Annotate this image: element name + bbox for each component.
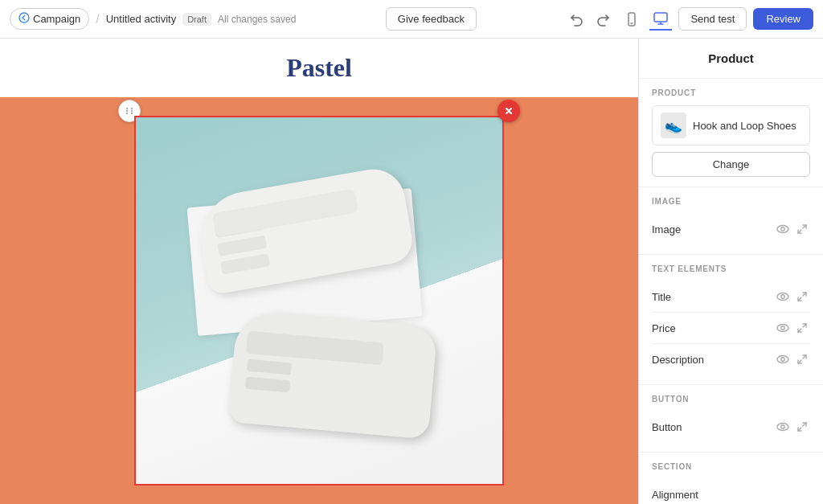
- svg-point-9: [131, 110, 133, 112]
- canvas-header: Pastel: [0, 39, 638, 97]
- svg-point-12: [777, 226, 788, 233]
- button-row-label: Button: [652, 421, 682, 433]
- svg-point-11: [131, 113, 133, 114]
- button-section: BUTTON Button: [639, 385, 823, 453]
- description-expand-button[interactable]: [794, 351, 810, 367]
- price-expand-button[interactable]: [794, 320, 810, 336]
- svg-point-13: [781, 227, 784, 231]
- product-name-label: Hook and Loop Shoes: [693, 120, 796, 132]
- image-section: IMAGE Image: [639, 187, 823, 255]
- svg-point-16: [777, 293, 788, 301]
- svg-point-10: [126, 113, 128, 114]
- desktop-view-button[interactable]: [649, 8, 672, 31]
- back-icon: [18, 12, 30, 26]
- svg-point-25: [781, 358, 784, 361]
- right-panel: Product PRODUCT 👟 Hook and Loop Shoes Ch…: [638, 39, 823, 504]
- text-elements-section-label: TEXT ELEMENTS: [652, 264, 810, 273]
- canvas-area: Pastel: [0, 39, 638, 504]
- campaign-label: Campaign: [33, 13, 80, 25]
- shoe-image: [136, 117, 502, 484]
- svg-point-8: [126, 110, 128, 112]
- redo-button[interactable]: [593, 9, 614, 30]
- product-section-label: PRODUCT: [652, 88, 810, 97]
- top-bar: Campaign / Untitled activity Draft All c…: [0, 0, 823, 39]
- text-elements-section: TEXT ELEMENTS Title Price: [639, 255, 823, 385]
- campaign-button[interactable]: Campaign: [10, 8, 89, 30]
- delete-button[interactable]: [497, 100, 520, 122]
- mobile-view-button[interactable]: [620, 8, 643, 31]
- brand-title: Pastel: [286, 53, 352, 82]
- product-block: [134, 116, 504, 486]
- price-visibility-button[interactable]: [775, 320, 791, 336]
- alignment-label: Alignment: [652, 489, 698, 501]
- button-expand-button[interactable]: [794, 419, 810, 435]
- send-test-button[interactable]: Send test: [678, 7, 747, 31]
- product-card: 👟 Hook and Loop Shoes: [652, 105, 810, 145]
- svg-point-20: [777, 325, 788, 332]
- description-row: Description: [652, 344, 810, 375]
- svg-rect-3: [654, 13, 667, 22]
- topbar-right: Send test Review: [566, 7, 813, 31]
- undo-button[interactable]: [566, 9, 587, 30]
- button-row: Button: [652, 412, 810, 442]
- topbar-center: Give feedback: [302, 7, 559, 31]
- title-row-label: Title: [652, 291, 671, 303]
- section-label: SECTION: [652, 462, 810, 471]
- panel-title: Product: [639, 39, 823, 79]
- activity-title: Untitled activity: [106, 13, 176, 25]
- svg-point-7: [131, 108, 133, 109]
- product-thumbnail: 👟: [661, 113, 686, 138]
- feedback-button[interactable]: Give feedback: [386, 7, 477, 31]
- product-section: PRODUCT 👟 Hook and Loop Shoes Change: [639, 79, 823, 187]
- svg-point-17: [781, 295, 784, 298]
- svg-point-21: [781, 326, 784, 330]
- svg-point-6: [126, 108, 128, 109]
- description-row-label: Description: [652, 354, 704, 366]
- image-section-label: IMAGE: [652, 197, 810, 206]
- draft-badge: Draft: [182, 13, 211, 26]
- title-row: Title: [652, 281, 810, 312]
- product-image-container[interactable]: [134, 116, 504, 486]
- topbar-left: Campaign / Untitled activity Draft All c…: [10, 8, 296, 30]
- svg-point-24: [777, 356, 788, 363]
- image-row-label: Image: [652, 223, 681, 236]
- button-visibility-button[interactable]: [775, 419, 791, 435]
- image-expand-button[interactable]: [794, 221, 810, 237]
- svg-point-28: [777, 424, 788, 431]
- button-section-label: BUTTON: [652, 395, 810, 404]
- image-visibility-button[interactable]: [775, 221, 791, 237]
- title-visibility-button[interactable]: [775, 289, 791, 305]
- title-expand-button[interactable]: [794, 289, 810, 305]
- price-row-label: Price: [652, 322, 676, 334]
- canvas-content: [0, 97, 638, 504]
- main-layout: Pastel: [0, 39, 823, 504]
- saved-status: All changes saved: [218, 14, 296, 25]
- change-product-button[interactable]: Change: [652, 152, 810, 177]
- price-row: Price: [652, 313, 810, 343]
- shoe-bottom: [227, 309, 437, 439]
- review-button[interactable]: Review: [753, 8, 813, 30]
- svg-point-0: [19, 13, 29, 23]
- alignment-row: Alignment: [652, 479, 810, 504]
- section-section: SECTION Alignment: [639, 453, 823, 504]
- image-row: Image: [652, 214, 810, 244]
- description-visibility-button[interactable]: [775, 351, 791, 367]
- svg-point-29: [781, 425, 784, 428]
